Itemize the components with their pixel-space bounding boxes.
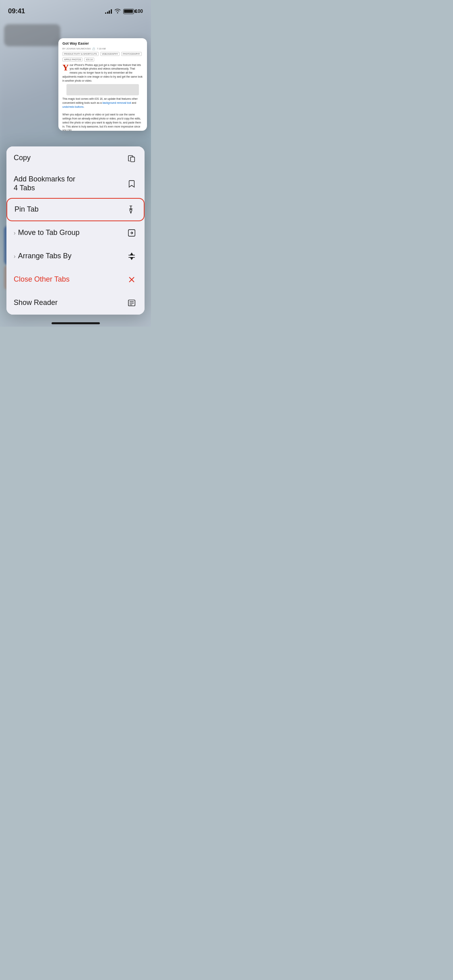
menu-item-close-other-tabs-label: Close Other Tabs (14, 275, 70, 284)
chevron-right-icon: › (14, 230, 16, 237)
article-tag-1: PRODUCTIVITY & SHORTCUTS (62, 52, 99, 56)
menu-item-move-to-tab-group-label: › Move to Tab Group (14, 229, 79, 237)
menu-item-move-to-tab-group[interactable]: › Move to Tab Group (6, 221, 145, 245)
bg-blob-1 (4, 24, 60, 46)
article-card: Got Way Easier BY JOVANA NAUMOVSKI 🕐 7:1… (58, 38, 147, 131)
menu-item-show-reader-label: Show Reader (14, 299, 58, 307)
article-body-5: When you adjust a photo or video or just… (62, 113, 141, 131)
menu-item-copy-label: Copy (14, 154, 31, 163)
article-body: Y our iPhone's Photos app just got a maj… (58, 63, 147, 131)
menu-item-close-other-tabs[interactable]: Close Other Tabs (6, 268, 145, 291)
article-meta: BY JOVANA NAUMOVSKI 🕐 7:19 AM PRODUCTIVI… (62, 47, 143, 62)
wifi-icon (114, 8, 121, 14)
arrow-square-icon (126, 227, 137, 239)
reader-icon (126, 297, 137, 309)
battery-icon: 100 (123, 8, 143, 14)
menu-item-show-reader[interactable]: Show Reader (6, 291, 145, 315)
home-indicator (52, 322, 100, 324)
status-bar: 09:41 100 (0, 0, 151, 18)
article-drop-cap: Y (62, 63, 69, 72)
article-link-1[interactable]: background removal tool (102, 101, 131, 104)
article-tag-2: VIDEOGRAPHY (100, 52, 120, 56)
article-tag-3: PHOTOGRAPHY (121, 52, 142, 56)
menu-item-copy[interactable]: Copy (6, 146, 145, 170)
menu-item-add-bookmarks-label-line1: Add Bookmarks for (14, 175, 75, 184)
article-clock: 🕐 (92, 47, 95, 50)
menu-item-arrange-tabs[interactable]: › Arrange Tabs By (6, 245, 145, 268)
article-time: 7:19 AM (97, 47, 105, 50)
signal-icon (105, 9, 112, 14)
article-title: Got Way Easier (62, 41, 143, 46)
menu-item-pin-tab[interactable]: Pin Tab (6, 198, 145, 221)
menu-item-arrange-tabs-label: › Arrange Tabs By (14, 252, 71, 261)
menu-item-add-bookmarks-label-line2: 4 Tabs (14, 184, 75, 193)
article-header: Got Way Easier BY JOVANA NAUMOVSKI 🕐 7:1… (58, 38, 147, 63)
menu-item-add-bookmarks[interactable]: Add Bookmarks for 4 Tabs (6, 170, 145, 198)
svg-rect-0 (130, 157, 134, 162)
article-body-3: and (131, 101, 137, 104)
pin-icon (125, 204, 137, 215)
copy-icon (126, 152, 137, 164)
sort-icon (126, 251, 137, 262)
article-image-placeholder (66, 84, 139, 95)
context-menu: Copy Add Bookmarks for 4 Tabs Pin Tab (6, 146, 145, 315)
status-icons: 100 (105, 8, 143, 14)
status-time: 09:41 (8, 7, 25, 15)
chevron-right-icon-2: › (14, 253, 16, 260)
article-byline: BY JOVANA NAUMOVSKI (62, 47, 91, 50)
article-tag-4: APPLE PHOTOS (62, 58, 83, 62)
x-icon (126, 274, 137, 285)
menu-item-pin-tab-label: Pin Tab (14, 205, 39, 214)
article-body-1: our iPhone's Photos app just got a major… (62, 64, 143, 82)
article-link-2[interactable]: undo/redo buttons (62, 105, 83, 108)
article-body-4: . (83, 105, 84, 108)
bookmark-icon (126, 178, 137, 189)
article-tag-5: iOS 16 (84, 58, 94, 62)
